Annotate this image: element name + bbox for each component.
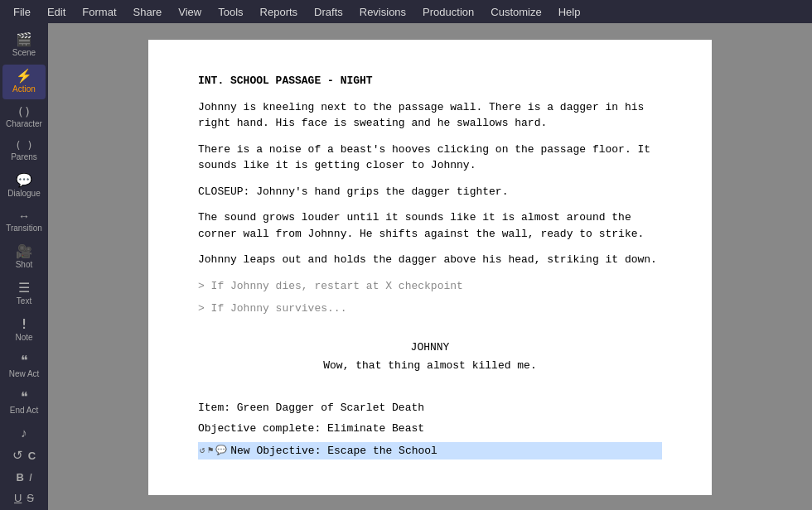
sidebar-label-new-act: New Act — [9, 369, 40, 379]
action-paragraph-4: The sound grows louder until it sounds l… — [198, 209, 662, 242]
action-paragraph-2: There is a noise of a beast's hooves cli… — [198, 142, 662, 174]
parens-icon: ( ) — [15, 141, 33, 151]
sidebar-item-action[interactable]: ⚡ Action — [2, 65, 46, 99]
action-paragraph-3: CLOSEUP: Johnny's hand grips the dagger … — [198, 184, 662, 200]
menu-drafts[interactable]: Drafts — [307, 4, 350, 20]
highlight-icons: ↺ ⚑ 💬 — [200, 444, 227, 458]
menu-revisions[interactable]: Revisions — [353, 4, 413, 20]
shot-icon: 🎥 — [16, 245, 32, 258]
note-icon: ! — [20, 318, 28, 331]
sidebar-item-dialogue[interactable]: 💬 Dialogue — [2, 169, 46, 204]
menu-file[interactable]: File — [7, 4, 37, 20]
sidebar-item-note[interactable]: ! Note — [2, 313, 46, 348]
sidebar-label-character: Character — [6, 119, 42, 129]
end-act-icon: ❝ — [21, 391, 28, 404]
menu-format[interactable]: Format — [75, 4, 123, 20]
menu-help[interactable]: Help — [552, 4, 587, 20]
objective-line: Objective complete: Eliminate Beast — [198, 421, 662, 437]
menu-share[interactable]: Share — [127, 4, 169, 20]
dialogue-text: Wow, that thing almost killed me. — [198, 358, 662, 374]
sidebar-label-action: Action — [12, 84, 36, 94]
scene-icon: 🎬 — [16, 33, 32, 46]
action-paragraph-1: Johnny is kneeling next to the passage w… — [198, 99, 662, 132]
sidebar-label-scene: Scene — [12, 48, 36, 58]
sidebar-item-transition[interactable]: ↔ Transition — [2, 205, 46, 238]
strikethrough-button[interactable]: S — [27, 492, 34, 504]
underline-strike-row: U S — [2, 488, 46, 508]
new-objective-line: ↺ ⚑ 💬 New Objective: Escape the School — [198, 442, 662, 460]
action-icon: ⚡ — [16, 70, 32, 83]
sidebar-item-parens[interactable]: ( ) Parens — [2, 136, 46, 167]
sidebar-item-new-act[interactable]: ❝ New Act — [2, 349, 46, 384]
redo-button[interactable]: C — [28, 450, 36, 462]
note-line-1: > If Johnny dies, restart at X checkpoin… — [198, 278, 662, 295]
scene-heading: INT. SCHOOL PASSAGE - NIGHT — [198, 73, 662, 89]
dialogue-icon: 💬 — [16, 174, 32, 187]
bold-button[interactable]: B — [16, 471, 23, 484]
sidebar: 🎬 Scene ⚡ Action () Character ( ) Parens… — [0, 23, 48, 510]
action-paragraph-5: Johnny leaps out and holds the dagger ab… — [198, 252, 662, 268]
sidebar-item-end-act[interactable]: ❝ End Act — [2, 386, 46, 421]
sidebar-label-note: Note — [15, 333, 32, 343]
sidebar-label-dialogue: Dialogue — [7, 189, 40, 199]
menu-edit[interactable]: Edit — [41, 4, 72, 20]
undo-redo-row: ↺ C — [2, 445, 46, 466]
script-page[interactable]: INT. SCHOOL PASSAGE - NIGHT Johnny is kn… — [148, 40, 712, 495]
sidebar-label-shot: Shot — [16, 260, 33, 270]
new-act-icon: ❝ — [21, 354, 28, 368]
sidebar-item-text[interactable]: ☰ Text — [2, 277, 46, 311]
character-name: JOHNNY — [198, 339, 662, 356]
sidebar-label-transition: Transition — [6, 224, 42, 233]
page-container[interactable]: INT. SCHOOL PASSAGE - NIGHT Johnny is kn… — [48, 23, 812, 510]
underline-button[interactable]: U — [14, 492, 22, 504]
music-icon: ♪ — [21, 426, 27, 440]
menu-production[interactable]: Production — [416, 4, 481, 20]
new-objective-text: New Objective: Escape the School — [230, 443, 437, 459]
refresh-icon: ↺ — [200, 444, 205, 458]
menu-tools[interactable]: Tools — [211, 4, 249, 20]
italic-button[interactable]: I — [29, 471, 32, 484]
comment-icon: 💬 — [215, 444, 227, 458]
sidebar-item-character[interactable]: () Character — [2, 101, 46, 134]
sidebar-label-text: Text — [17, 296, 31, 306]
sidebar-bottom: ♪ ↺ C B I U S ↓ ↑ — [0, 422, 48, 510]
content-area: INT. SCHOOL PASSAGE - NIGHT Johnny is kn… — [48, 23, 812, 510]
note-line-2: > If Johnny survives... — [198, 301, 662, 317]
menubar: File Edit Format Share View Tools Report… — [0, 0, 812, 23]
menu-customize[interactable]: Customize — [484, 4, 548, 20]
sidebar-item-scene[interactable]: 🎬 Scene — [2, 28, 46, 63]
menu-view[interactable]: View — [172, 4, 208, 20]
character-icon: () — [17, 106, 31, 118]
main-area: 🎬 Scene ⚡ Action () Character ( ) Parens… — [0, 23, 812, 510]
bold-italic-row: B I — [2, 468, 46, 487]
music-button[interactable]: ♪ — [2, 422, 46, 443]
sidebar-label-end-act: End Act — [10, 406, 38, 416]
flag-icon: ⚑ — [208, 444, 214, 458]
undo-button[interactable]: ↺ — [12, 448, 23, 463]
menu-reports[interactable]: Reports — [254, 4, 305, 20]
transition-icon: ↔ — [18, 210, 30, 222]
sidebar-item-shot[interactable]: 🎥 Shot — [2, 240, 46, 275]
text-icon: ☰ — [18, 281, 30, 295]
item-line: Item: Green Dagger of Scarlet Death — [198, 400, 662, 416]
sidebar-label-parens: Parens — [11, 152, 37, 162]
